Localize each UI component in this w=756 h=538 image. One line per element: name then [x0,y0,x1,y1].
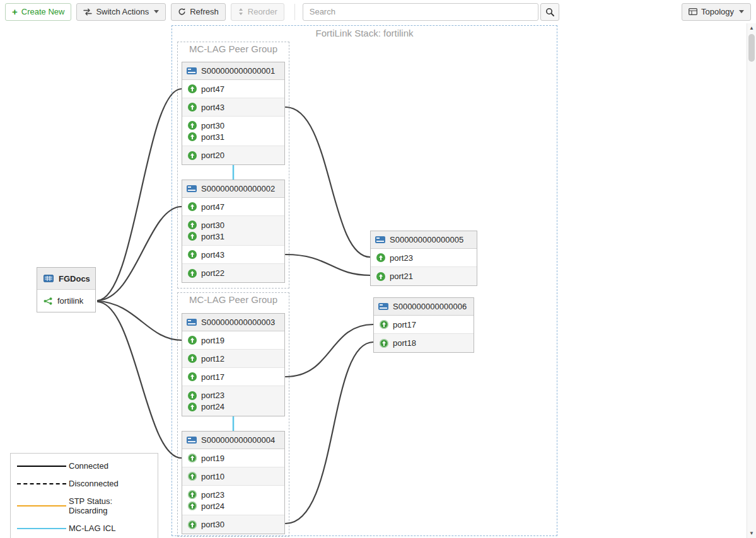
port-up-icon [188,250,197,259]
port-row[interactable]: port23 [371,249,477,267]
switch-header[interactable]: S000000000000003 [182,314,284,331]
toolbar-divider [294,4,295,20]
port-up-icon [188,103,197,112]
scrollbar-thumb[interactable] [748,34,755,62]
refresh-button[interactable]: Refresh [171,3,226,21]
port-label: port22 [201,268,224,278]
create-new-label: Create New [21,7,65,16]
connection-fortilink-s4-port19 [98,302,182,458]
switch-header[interactable]: S000000000000004 [182,432,284,449]
port-row[interactable]: port43 [182,98,284,117]
port-label: port43 [201,250,224,260]
switch-node-s4[interactable]: S000000000000004 port19 port10 port23 po… [182,431,285,534]
switch-node-s5[interactable]: S000000000000005 port23 port21 [370,231,477,286]
port-row[interactable]: port30 port31 [182,216,284,246]
switch-header[interactable]: S000000000000006 [374,298,474,316]
port-label: port10 [201,472,224,481]
port-row[interactable]: port23 port24 [182,386,284,416]
connection-fortilink-s1-port47 [98,89,182,300]
port-row[interactable]: port23 port24 [182,486,284,515]
port-up-icon [188,202,197,211]
port-row[interactable]: port12 [182,350,284,368]
switch-node-s6[interactable]: S000000000000006 port17 port18 [373,297,474,353]
switch-header[interactable]: S000000000000002 [182,180,284,198]
port-label: port24 [201,501,224,511]
port-up-icon [188,132,197,141]
switch-actions-button[interactable]: Switch Actions [76,3,166,21]
switch-header[interactable]: S000000000000005 [371,231,477,249]
connection-fortilink-s2-port47 [98,207,182,300]
port-row[interactable]: port30 port31 [182,117,284,146]
mclag-peer-group-1-title: MC-LAG Peer Group [177,43,289,54]
fortigate-name: FGDocs [59,274,90,283]
plus-icon: + [12,6,18,17]
port-row[interactable]: port19 [182,449,284,467]
switch-icon [187,185,197,192]
fortilink-interface-row[interactable]: fortilink [37,290,95,312]
legend-item-mclag-icl: MC-LAG ICL [17,524,151,533]
connected-line-sample [17,466,66,467]
port-label: port30 [201,520,224,529]
fortigate-node[interactable]: FGDocs fortilink [37,267,96,312]
port-row[interactable]: port22 [182,264,284,282]
refresh-icon [178,8,186,16]
reorder-label: Reorder [248,7,277,16]
legend-label: STP Status: Discarding [69,496,151,515]
switch-icon [378,303,388,310]
port-row[interactable]: port10 [182,467,284,486]
port-up-icon [188,220,197,229]
port-label: port19 [201,336,224,345]
port-up-icon [188,354,197,363]
search-icon [545,8,554,16]
switch-icon [187,437,197,444]
mclag-peer-group-2-title: MC-LAG Peer Group [177,294,289,305]
topology-view-button[interactable]: Topology [682,3,751,21]
reorder-button[interactable]: Reorder [231,3,284,21]
switch-header[interactable]: S000000000000001 [182,62,284,80]
legend: Connected Disconnected STP Status: Disca… [10,453,158,538]
search-input[interactable] [303,3,538,21]
disconnected-line-sample [17,483,66,484]
port-up-icon [188,372,197,381]
switch-node-s1[interactable]: S000000000000001 port47 port43 port30 po… [182,62,285,165]
switch-name: S000000000000003 [201,318,275,327]
port-label: port20 [201,151,224,160]
port-row[interactable]: port17 [374,316,474,334]
scroll-down-arrow-icon[interactable]: ▼ [747,529,756,538]
switch-icon [187,67,197,74]
port-label: port24 [201,402,224,411]
port-up-icon [376,253,385,262]
fortilink-icon [44,297,52,305]
vertical-scrollbar[interactable]: ▲ ▼ [747,23,756,538]
port-row[interactable]: port20 [182,146,284,164]
scroll-up-arrow-icon[interactable]: ▲ [747,23,756,33]
port-label: port43 [201,103,224,112]
port-row[interactable]: port47 [182,198,284,216]
fortigate-row[interactable]: FGDocs [37,268,95,290]
create-new-button[interactable]: + Create New [5,3,71,21]
fortilink-stack-title: FortiLink Stack: fortilink [172,28,557,38]
reorder-icon [238,8,244,16]
port-lag-up-icon [188,472,197,481]
switch-node-s2[interactable]: S000000000000002 port47 port30 port31 po… [182,180,285,283]
port-row[interactable]: port19 [182,331,284,350]
port-label: port30 [201,220,224,230]
port-label: port31 [201,132,224,142]
legend-label: Connected [69,461,108,471]
chevron-down-icon [154,10,159,13]
port-row[interactable]: port21 [371,267,477,285]
port-label: port23 [201,391,224,400]
switch-node-s3[interactable]: S000000000000003 port19 port12 port17 po… [182,313,285,416]
port-up-icon [188,232,197,241]
port-row[interactable]: port43 [182,246,284,264]
port-lag-up-icon [188,454,197,462]
port-row[interactable]: port18 [374,334,474,352]
port-up-icon [188,403,197,411]
port-row[interactable]: port47 [182,80,284,98]
port-row[interactable]: port30 [182,515,284,534]
search-button[interactable] [540,3,559,21]
port-up-icon [188,121,197,130]
port-label: port18 [393,338,416,348]
port-row[interactable]: port17 [182,368,284,386]
switch-name: S000000000000004 [201,435,275,445]
